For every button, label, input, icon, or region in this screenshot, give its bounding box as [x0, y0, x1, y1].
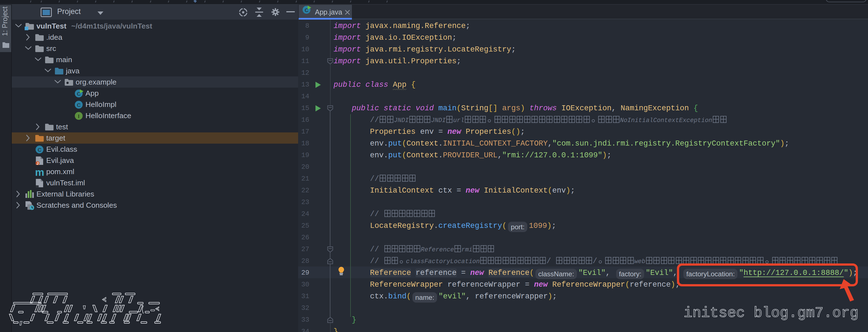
svg-text:J: J	[36, 161, 38, 165]
svg-text:C: C	[37, 147, 41, 153]
svg-text:C: C	[77, 102, 81, 108]
svg-text:I: I	[78, 113, 79, 119]
